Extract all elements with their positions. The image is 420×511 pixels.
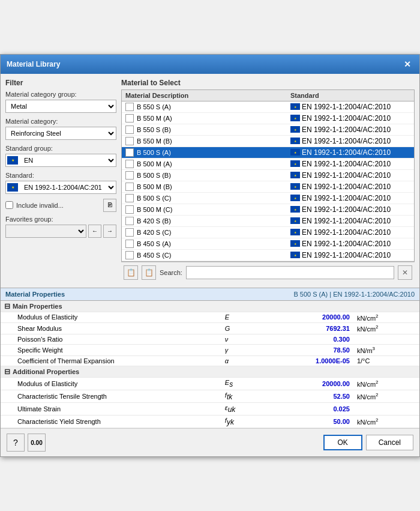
material-checkbox	[125, 217, 134, 225]
favorites-controls: ← →	[5, 225, 116, 238]
material-standard: ★EN 1992-1-1:2004/AC:2010	[290, 194, 410, 202]
close-button[interactable]: ✕	[401, 58, 413, 70]
standard-group-select[interactable]: EN	[19, 154, 116, 166]
material-row[interactable]: B 450 S (A)★EN 1992-1-1:2004/AC:2010	[122, 238, 414, 250]
favorites-add-button[interactable]: ←	[88, 225, 101, 238]
properties-section: Material Properties B 500 S (A) | EN 199…	[1, 288, 419, 429]
favorites-group: Favorites group: ← →	[5, 216, 116, 238]
eu-flag-icon: ★	[290, 252, 300, 258]
material-row[interactable]: B 550 S (B)★EN 1992-1-1:2004/AC:2010	[122, 124, 414, 136]
include-invalid-row: Include invalid... 🖹	[5, 199, 116, 212]
material-row[interactable]: B 500 S (A)★EN 1992-1-1:2004/AC:2010	[122, 147, 414, 159]
material-checkbox	[125, 240, 134, 248]
material-checkbox	[125, 171, 134, 180]
prop-symbol: E	[221, 312, 278, 323]
main-property-row: Modulus of Elasticity E 20000.00 kN/cm2	[1, 312, 419, 323]
ok-button[interactable]: OK	[323, 435, 362, 450]
standard-select[interactable]: EN 1992-1-1:2004/AC:201	[19, 181, 116, 193]
footer-buttons: OK Cancel	[323, 435, 413, 450]
material-name: B 550 S (A)	[137, 103, 290, 110]
eu-flag-icon: ★	[290, 206, 300, 213]
standard-eu-flag-icon: ★	[7, 183, 18, 192]
material-standard: ★EN 1992-1-1:2004/AC:2010	[290, 148, 410, 157]
eu-flag-icon: ★	[290, 149, 300, 156]
search-input[interactable]	[186, 266, 394, 279]
standard-group-label: Standard group:	[5, 145, 116, 152]
standard-group-flag-select: ★ EN	[5, 154, 116, 167]
eu-flag-icon: ★	[290, 217, 300, 224]
help-button[interactable]: ?	[7, 434, 25, 452]
material-name: B 500 M (C)	[137, 206, 290, 213]
prop-value: 20000.00	[278, 377, 353, 390]
prop-name: Poisson's Ratio	[14, 334, 221, 344]
prop-value: 78.50	[278, 344, 353, 355]
prop-value: 52.50	[278, 390, 353, 402]
material-checkbox	[125, 183, 134, 191]
additional-property-row: Characteristic Tensile Strength ftk 52.5…	[1, 390, 419, 402]
prop-unit: kN/cm2	[353, 312, 419, 323]
search-clear-button[interactable]: ✕	[398, 265, 412, 280]
material-row[interactable]: B 550 S (A)★EN 1992-1-1:2004/AC:2010	[122, 101, 414, 113]
include-invalid-checkbox[interactable]	[5, 201, 13, 209]
search-remove-button[interactable]: 📋	[142, 265, 156, 280]
favorites-remove-button[interactable]: →	[103, 225, 116, 238]
material-row[interactable]: B 500 S (C)★EN 1992-1-1:2004/AC:2010	[122, 193, 414, 204]
material-category-group: Material category: Reinforcing Steel	[5, 118, 116, 140]
material-name: B 450 S (C)	[137, 252, 290, 259]
main-property-row: Specific Weight γ 78.50 kN/m3	[1, 344, 419, 355]
properties-header: Material Properties B 500 S (A) | EN 199…	[1, 288, 419, 301]
prop-value: 1.0000E-05	[278, 355, 353, 366]
properties-title: Material Properties	[5, 291, 65, 298]
search-add-button[interactable]: 📋	[124, 265, 138, 280]
prop-unit: kN/m3	[353, 344, 419, 355]
standard-label: Standard:	[5, 172, 116, 179]
prop-symbol: ν	[221, 334, 278, 344]
properties-body: ⊟Main Properties Modulus of Elasticity E…	[1, 301, 419, 428]
prop-name: Characteristic Tensile Strength	[14, 390, 221, 402]
properties-selected-info: B 500 S (A) | EN 1992-1-1:2004/AC:2010	[293, 291, 415, 298]
material-row[interactable]: B 450 S (C)★EN 1992-1-1:2004/AC:2010	[122, 250, 414, 261]
material-row[interactable]: B 500 M (A)★EN 1992-1-1:2004/AC:2010	[122, 159, 414, 170]
footer-icons: ? 0.00	[7, 434, 46, 452]
col-standard-header: Standard	[290, 92, 410, 99]
additional-property-row: Characteristic Yield Strength fyk 50.00 …	[1, 416, 419, 428]
material-rows-container: B 550 S (A)★EN 1992-1-1:2004/AC:2010B 55…	[122, 101, 414, 261]
material-row[interactable]: B 500 M (C)★EN 1992-1-1:2004/AC:2010	[122, 204, 414, 216]
units-button[interactable]: 0.00	[28, 434, 46, 452]
material-category-group-label: Material category group:	[5, 91, 116, 98]
material-standard: ★EN 1992-1-1:2004/AC:2010	[290, 183, 410, 191]
additional-properties-header-row: ⊟Additional Properties	[1, 366, 419, 377]
material-checkbox	[125, 125, 134, 134]
search-label: Search:	[160, 269, 182, 276]
eu-flag-icon: ★	[7, 156, 18, 165]
prop-unit: kN/cm2	[353, 323, 419, 334]
material-checkbox	[125, 137, 134, 145]
material-checkbox	[125, 205, 134, 214]
cancel-button[interactable]: Cancel	[366, 435, 413, 450]
material-row[interactable]: B 420 S (C)★EN 1992-1-1:2004/AC:2010	[122, 227, 414, 238]
material-row[interactable]: B 550 M (A)★EN 1992-1-1:2004/AC:2010	[122, 113, 414, 124]
material-row[interactable]: B 500 S (B)★EN 1992-1-1:2004/AC:2010	[122, 170, 414, 181]
main-properties-header-row: ⊟Main Properties	[1, 301, 419, 312]
material-row[interactable]: B 420 S (B)★EN 1992-1-1:2004/AC:2010	[122, 216, 414, 227]
dialog-body: Filter Material category group: Metal Ma…	[1, 74, 419, 457]
material-standard: ★EN 1992-1-1:2004/AC:2010	[290, 240, 410, 248]
prop-symbol: ftk	[221, 390, 278, 402]
material-name: B 500 M (B)	[137, 183, 290, 190]
material-row[interactable]: B 500 M (B)★EN 1992-1-1:2004/AC:2010	[122, 181, 414, 193]
material-name: B 550 M (B)	[137, 138, 290, 145]
material-name: B 500 S (C)	[137, 195, 290, 202]
eu-flag-icon: ★	[290, 126, 300, 133]
eu-flag-icon: ★	[290, 138, 300, 144]
eu-flag-icon: ★	[290, 160, 300, 167]
prop-name: Specific Weight	[14, 344, 221, 355]
material-name: B 550 S (B)	[137, 126, 290, 133]
material-standard: ★EN 1992-1-1:2004/AC:2010	[290, 114, 410, 122]
favorites-select[interactable]	[5, 225, 86, 238]
info-button[interactable]: 🖹	[103, 199, 116, 212]
material-row[interactable]: B 550 M (B)★EN 1992-1-1:2004/AC:2010	[122, 136, 414, 147]
prop-unit	[353, 402, 419, 415]
material-category-select[interactable]: Reinforcing Steel	[5, 127, 116, 140]
material-standard: ★EN 1992-1-1:2004/AC:2010	[290, 251, 410, 259]
material-category-group-select[interactable]: Metal	[5, 100, 116, 113]
